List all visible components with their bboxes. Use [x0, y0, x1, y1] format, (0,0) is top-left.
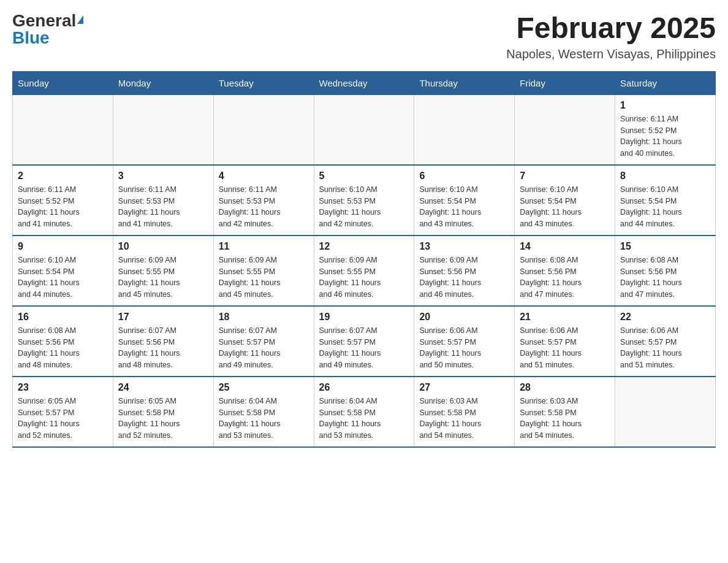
day-info: Sunrise: 6:11 AM Sunset: 5:52 PM Dayligh…: [620, 113, 710, 159]
day-info: Sunrise: 6:09 AM Sunset: 5:55 PM Dayligh…: [219, 255, 309, 301]
page-header: General Blue February 2025 Napoles, West…: [12, 12, 716, 61]
day-number: 26: [319, 382, 409, 393]
calendar-cell: 9Sunrise: 6:10 AM Sunset: 5:54 PM Daylig…: [13, 236, 113, 306]
day-info: Sunrise: 6:09 AM Sunset: 5:55 PM Dayligh…: [319, 255, 409, 301]
calendar-cell: [113, 94, 213, 165]
day-number: 20: [419, 312, 509, 323]
calendar-cell: 2Sunrise: 6:11 AM Sunset: 5:52 PM Daylig…: [13, 165, 113, 236]
day-info: Sunrise: 6:10 AM Sunset: 5:54 PM Dayligh…: [620, 184, 710, 230]
location-title: Napoles, Western Visayas, Philippines: [506, 47, 716, 61]
day-number: 21: [520, 312, 610, 323]
calendar-cell: [515, 94, 615, 165]
calendar-week-row: 9Sunrise: 6:10 AM Sunset: 5:54 PM Daylig…: [13, 236, 716, 306]
day-info: Sunrise: 6:07 AM Sunset: 5:57 PM Dayligh…: [319, 325, 409, 371]
calendar-cell: 21Sunrise: 6:06 AM Sunset: 5:57 PM Dayli…: [515, 306, 615, 377]
calendar-week-row: 16Sunrise: 6:08 AM Sunset: 5:56 PM Dayli…: [13, 306, 716, 377]
day-info: Sunrise: 6:06 AM Sunset: 5:57 PM Dayligh…: [520, 325, 610, 371]
calendar-cell: 11Sunrise: 6:09 AM Sunset: 5:55 PM Dayli…: [213, 236, 314, 306]
calendar-cell: 24Sunrise: 6:05 AM Sunset: 5:58 PM Dayli…: [113, 377, 213, 447]
calendar-cell: 22Sunrise: 6:06 AM Sunset: 5:57 PM Dayli…: [615, 306, 716, 377]
day-number: 24: [118, 382, 208, 393]
day-info: Sunrise: 6:08 AM Sunset: 5:56 PM Dayligh…: [520, 255, 610, 301]
day-info: Sunrise: 6:11 AM Sunset: 5:53 PM Dayligh…: [219, 184, 309, 230]
day-number: 19: [319, 312, 409, 323]
day-number: 17: [118, 312, 208, 323]
calendar-cell: 6Sunrise: 6:10 AM Sunset: 5:54 PM Daylig…: [414, 165, 515, 236]
calendar-cell: [314, 94, 414, 165]
day-number: 14: [520, 241, 610, 252]
calendar-cell: 3Sunrise: 6:11 AM Sunset: 5:53 PM Daylig…: [113, 165, 213, 236]
calendar-cell: 14Sunrise: 6:08 AM Sunset: 5:56 PM Dayli…: [515, 236, 615, 306]
logo-triangle-icon: [77, 15, 83, 24]
day-number: 5: [319, 170, 409, 182]
weekday-header-thursday: Thursday: [414, 71, 515, 94]
day-info: Sunrise: 6:08 AM Sunset: 5:56 PM Dayligh…: [18, 325, 108, 371]
calendar-cell: 20Sunrise: 6:06 AM Sunset: 5:57 PM Dayli…: [414, 306, 515, 377]
month-title: February 2025: [506, 12, 716, 45]
day-number: 23: [18, 382, 108, 393]
day-info: Sunrise: 6:11 AM Sunset: 5:52 PM Dayligh…: [18, 184, 108, 230]
day-info: Sunrise: 6:03 AM Sunset: 5:58 PM Dayligh…: [419, 396, 509, 442]
calendar-cell: 5Sunrise: 6:10 AM Sunset: 5:53 PM Daylig…: [314, 165, 414, 236]
day-info: Sunrise: 6:09 AM Sunset: 5:56 PM Dayligh…: [419, 255, 509, 301]
day-info: Sunrise: 6:05 AM Sunset: 5:57 PM Dayligh…: [18, 396, 108, 442]
logo-blue-text: Blue: [12, 29, 50, 47]
weekday-header-tuesday: Tuesday: [213, 71, 314, 94]
day-number: 10: [118, 241, 208, 252]
title-block: February 2025 Napoles, Western Visayas, …: [506, 12, 716, 61]
day-info: Sunrise: 6:07 AM Sunset: 5:56 PM Dayligh…: [118, 325, 208, 371]
calendar-cell: 28Sunrise: 6:03 AM Sunset: 5:58 PM Dayli…: [515, 377, 615, 447]
calendar-cell: 8Sunrise: 6:10 AM Sunset: 5:54 PM Daylig…: [615, 165, 716, 236]
calendar-cell: 16Sunrise: 6:08 AM Sunset: 5:56 PM Dayli…: [13, 306, 113, 377]
day-number: 25: [219, 382, 309, 393]
weekday-header-friday: Friday: [515, 71, 615, 94]
day-number: 4: [219, 170, 309, 182]
calendar-cell: 18Sunrise: 6:07 AM Sunset: 5:57 PM Dayli…: [213, 306, 314, 377]
calendar-cell: 27Sunrise: 6:03 AM Sunset: 5:58 PM Dayli…: [414, 377, 515, 447]
calendar-cell: 13Sunrise: 6:09 AM Sunset: 5:56 PM Dayli…: [414, 236, 515, 306]
day-info: Sunrise: 6:07 AM Sunset: 5:57 PM Dayligh…: [219, 325, 309, 371]
day-number: 27: [419, 382, 509, 393]
day-info: Sunrise: 6:04 AM Sunset: 5:58 PM Dayligh…: [219, 396, 309, 442]
day-info: Sunrise: 6:05 AM Sunset: 5:58 PM Dayligh…: [118, 396, 208, 442]
day-number: 9: [18, 241, 108, 252]
calendar-cell: [213, 94, 314, 165]
day-number: 6: [419, 170, 509, 182]
calendar-cell: 12Sunrise: 6:09 AM Sunset: 5:55 PM Dayli…: [314, 236, 414, 306]
calendar-cell: 10Sunrise: 6:09 AM Sunset: 5:55 PM Dayli…: [113, 236, 213, 306]
day-number: 7: [520, 170, 610, 182]
weekday-header-monday: Monday: [113, 71, 213, 94]
day-number: 15: [620, 241, 710, 252]
day-info: Sunrise: 6:10 AM Sunset: 5:53 PM Dayligh…: [319, 184, 409, 230]
day-info: Sunrise: 6:06 AM Sunset: 5:57 PM Dayligh…: [419, 325, 509, 371]
calendar-cell: 1Sunrise: 6:11 AM Sunset: 5:52 PM Daylig…: [615, 94, 716, 165]
day-info: Sunrise: 6:10 AM Sunset: 5:54 PM Dayligh…: [18, 255, 108, 301]
day-number: 2: [18, 170, 108, 182]
weekday-header-sunday: Sunday: [13, 71, 113, 94]
logo-general-text: General: [12, 12, 76, 29]
day-info: Sunrise: 6:10 AM Sunset: 5:54 PM Dayligh…: [419, 184, 509, 230]
day-number: 1: [620, 100, 710, 111]
calendar-cell: 17Sunrise: 6:07 AM Sunset: 5:56 PM Dayli…: [113, 306, 213, 377]
calendar-cell: 4Sunrise: 6:11 AM Sunset: 5:53 PM Daylig…: [213, 165, 314, 236]
day-number: 18: [219, 312, 309, 323]
calendar-cell: 15Sunrise: 6:08 AM Sunset: 5:56 PM Dayli…: [615, 236, 716, 306]
calendar-cell: 25Sunrise: 6:04 AM Sunset: 5:58 PM Dayli…: [213, 377, 314, 447]
day-number: 13: [419, 241, 509, 252]
calendar-cell: [13, 94, 113, 165]
day-number: 22: [620, 312, 710, 323]
logo: General Blue: [12, 12, 83, 47]
calendar-header-row: SundayMondayTuesdayWednesdayThursdayFrid…: [13, 71, 716, 94]
day-info: Sunrise: 6:06 AM Sunset: 5:57 PM Dayligh…: [620, 325, 710, 371]
weekday-header-wednesday: Wednesday: [314, 71, 414, 94]
weekday-header-saturday: Saturday: [615, 71, 716, 94]
calendar-cell: [615, 377, 716, 447]
calendar-table: SundayMondayTuesdayWednesdayThursdayFrid…: [12, 71, 716, 448]
day-info: Sunrise: 6:11 AM Sunset: 5:53 PM Dayligh…: [118, 184, 208, 230]
day-number: 3: [118, 170, 208, 182]
day-info: Sunrise: 6:03 AM Sunset: 5:58 PM Dayligh…: [520, 396, 610, 442]
day-number: 12: [319, 241, 409, 252]
calendar-week-row: 1Sunrise: 6:11 AM Sunset: 5:52 PM Daylig…: [13, 94, 716, 165]
calendar-cell: 23Sunrise: 6:05 AM Sunset: 5:57 PM Dayli…: [13, 377, 113, 447]
calendar-week-row: 23Sunrise: 6:05 AM Sunset: 5:57 PM Dayli…: [13, 377, 716, 447]
